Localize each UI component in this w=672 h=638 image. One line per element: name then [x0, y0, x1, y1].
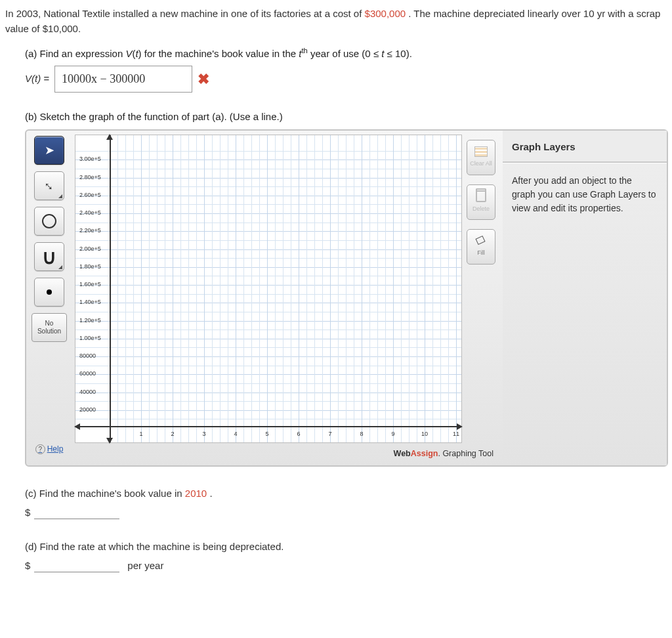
- x-tick-label: 2: [171, 430, 174, 439]
- graph-layers-panel: Graph Layers After you add an object to …: [503, 131, 667, 465]
- branding-web: Web: [394, 449, 411, 458]
- intro-pre: In 2003, National Textile installed a ne…: [5, 8, 365, 19]
- submenu-indicator-icon: [58, 265, 62, 269]
- part-c-input[interactable]: [34, 505, 119, 519]
- part-c-prompt: (c) Find the machine's book value in 201…: [25, 486, 667, 501]
- vt-equals-label: V(t) =: [25, 72, 49, 87]
- x-tick-label: 10: [421, 430, 428, 439]
- y-tick-label: 2.80e+5: [79, 173, 101, 182]
- y-tick-label: 2.00e+5: [79, 245, 101, 254]
- submenu-indicator-icon: [58, 194, 62, 198]
- x-tick-label: 6: [297, 430, 300, 439]
- x-tick-label: 8: [360, 430, 363, 439]
- branding-assign: Assign: [411, 449, 438, 458]
- x-tick-label: 5: [265, 430, 268, 439]
- y-tick-label: 1.20e+5: [79, 316, 101, 326]
- currency-symbol: $: [25, 505, 30, 521]
- tool-column: ➤ ↔ ∪ No Solution Help: [26, 131, 72, 465]
- action-column: Clear All Delete Fill: [462, 135, 500, 443]
- y-tick-label: 60000: [79, 370, 96, 379]
- part-c-pre: (c) Find the machine's book value in: [25, 488, 185, 499]
- y-tick-label: 1.40e+5: [79, 299, 101, 308]
- graph-canvas-area: 200004000060000800001.00e+51.20e+51.40e+…: [72, 131, 503, 465]
- per-year-label: per year: [127, 559, 163, 574]
- circle-tool[interactable]: [34, 207, 64, 236]
- plot-area[interactable]: 200004000060000800001.00e+51.20e+51.40e+…: [75, 135, 462, 443]
- x-tick-label: 9: [391, 430, 394, 439]
- y-tick-label: 2.20e+5: [79, 227, 101, 236]
- y-tick-label: 20000: [79, 406, 96, 415]
- trash-icon: [476, 190, 486, 202]
- part-c-post: .: [209, 488, 212, 499]
- x-tick-label: 7: [328, 430, 331, 439]
- y-tick-label: 2.60e+5: [79, 191, 101, 200]
- y-tick-label: 1.60e+5: [79, 280, 101, 289]
- delete-button[interactable]: Delete: [467, 184, 495, 220]
- fill-label: Fill: [477, 249, 485, 258]
- line-tool[interactable]: ↔: [34, 171, 64, 200]
- y-tick-label: 3.00e+5: [79, 156, 101, 165]
- line-icon: ↔: [37, 174, 60, 197]
- y-tick-label: 1.80e+5: [79, 263, 101, 272]
- part-d-prompt: (d) Find the rate at which the machine i…: [25, 540, 667, 555]
- x-tick-label: 11: [453, 430, 459, 439]
- x-tick-label: 3: [202, 430, 205, 439]
- no-solution-l1: No: [45, 320, 54, 328]
- help-label: Help: [47, 443, 64, 455]
- y-tick-label: 1.00e+5: [79, 334, 101, 343]
- delete-label: Delete: [472, 205, 490, 214]
- circle-icon: [42, 214, 56, 228]
- part-b-prompt: (b) Sketch the graph of the function of …: [25, 110, 667, 125]
- clear-all-label: Clear All: [470, 160, 492, 169]
- point-tool[interactable]: [34, 278, 64, 307]
- curve-tool[interactable]: ∪: [34, 242, 64, 271]
- fill-icon: [476, 236, 486, 246]
- graphing-tool: ➤ ↔ ∪ No Solution Help 2000040: [25, 129, 668, 467]
- graph-layers-body: After you add an object to the graph you…: [503, 163, 667, 466]
- part-a-prompt: (a) Find an expression V(t) for the mach…: [25, 45, 667, 62]
- part-a-input[interactable]: 10000x − 300000: [54, 66, 192, 93]
- problem-intro: In 2003, National Textile installed a ne…: [5, 7, 667, 36]
- branding: WebAssign. Graphing Tool: [394, 448, 494, 460]
- x-tick-label: 1: [139, 430, 142, 439]
- pointer-tool[interactable]: ➤: [34, 136, 64, 165]
- help-link[interactable]: Help: [35, 443, 64, 455]
- branding-suffix: . Graphing Tool: [438, 449, 494, 458]
- no-solution-l2: Solution: [37, 328, 61, 335]
- y-tick-label: 40000: [79, 388, 96, 397]
- clear-all-button[interactable]: Clear All: [467, 140, 495, 175]
- part-d-input[interactable]: [34, 559, 119, 572]
- no-solution-button[interactable]: No Solution: [32, 313, 67, 342]
- graph-layers-title: Graph Layers: [503, 133, 667, 163]
- intro-cost: $300,000: [365, 8, 406, 19]
- incorrect-icon: ✖: [198, 68, 209, 90]
- part-c-year: 2010: [185, 488, 207, 499]
- y-tick-label: 80000: [79, 352, 96, 361]
- clear-all-icon: [474, 146, 488, 157]
- pointer-icon: ➤: [45, 142, 54, 160]
- fill-button[interactable]: Fill: [467, 229, 495, 265]
- point-icon: [47, 289, 52, 295]
- y-tick-label: 2.40e+5: [79, 209, 101, 218]
- curve-icon: ∪: [42, 242, 56, 272]
- x-tick-label: 4: [234, 430, 237, 439]
- currency-symbol: $: [25, 559, 30, 574]
